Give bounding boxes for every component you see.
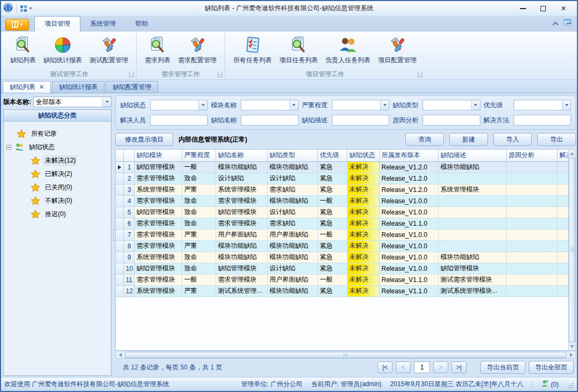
cell-module[interactable]: 需求管理模块 [134, 218, 182, 229]
vertical-scrollbar[interactable] [568, 149, 576, 351]
cell-description[interactable] [438, 240, 506, 252]
cell-status[interactable]: 未解决 [347, 173, 379, 184]
vertical-scroll-thumb[interactable] [569, 158, 575, 342]
cell-version[interactable]: Release_V1.0.0 [379, 206, 438, 218]
quick-access-toolbar-button[interactable] [20, 5, 32, 12]
cell-severity[interactable]: 致命 [182, 252, 216, 263]
cell-severity[interactable]: 严重 [182, 184, 216, 195]
cell-analysis[interactable] [506, 274, 557, 285]
combo-dropdown-button[interactable] [471, 100, 480, 110]
ribbon-tab-system[interactable]: 系统管理 [80, 17, 125, 32]
cell-priority[interactable]: 一般 [317, 274, 347, 285]
cell-type[interactable]: 设计缺陷 [267, 263, 317, 274]
cell-method[interactable] [557, 161, 568, 173]
export-button[interactable]: 导出 [537, 133, 576, 146]
horizontal-scroll-thumb[interactable] [125, 352, 566, 358]
grid-row[interactable]: 2需求管理模块致命设计缺陷设计缺陷紧急未解决Release_V1.2.0 [116, 173, 568, 184]
cell-method[interactable] [557, 218, 568, 229]
cell-severity[interactable]: 致命 [182, 195, 216, 206]
new-button[interactable]: 新建 [449, 133, 488, 146]
cell-method[interactable] [557, 195, 568, 206]
filter-dropdown[interactable] [241, 100, 298, 110]
cell-name[interactable]: 需求管理模块 [216, 195, 267, 206]
combo-dropdown-button[interactable] [562, 100, 570, 110]
cell-analysis[interactable] [506, 195, 557, 206]
doc-tab-defect-report[interactable]: 缺陷统计报表 [52, 81, 105, 93]
cell-version[interactable]: Release_V1.2.0 [379, 184, 438, 195]
export-all-pages-button[interactable]: 导出全部页 [529, 361, 574, 374]
tree-item-resolved[interactable]: 已解决(2) [5, 167, 110, 181]
cell-description[interactable] [438, 173, 506, 184]
cell-method[interactable] [557, 263, 568, 274]
grid-row[interactable]: 4需求管理模块致命需求管理模块模块功能缺陷一般未解决Release_V1.0.0 [116, 195, 568, 206]
scroll-down-icon[interactable] [569, 343, 575, 350]
filter-dropdown[interactable] [514, 100, 571, 110]
close-tab-icon[interactable]: ✕ [39, 84, 44, 91]
doc-tab-defect-config[interactable]: 缺陷配置管理 [106, 81, 158, 93]
header-severity[interactable]: 严重程度 [182, 150, 216, 161]
header-type[interactable]: 缺陷类型 [267, 150, 317, 161]
cell-name[interactable]: 缺陷管理模块 [216, 206, 267, 218]
scroll-left-icon[interactable] [116, 351, 124, 358]
cell-name[interactable]: 系统管理模块 [216, 184, 267, 195]
cell-status[interactable]: 未解决 [347, 195, 379, 206]
cell-status[interactable]: 未解决 [347, 240, 379, 252]
header-module[interactable]: 缺陷模块 [134, 150, 182, 161]
cell-status[interactable]: 未解决 [347, 285, 379, 297]
cell-status[interactable]: 未解决 [347, 184, 379, 195]
requirement-list-button[interactable]: 需求列表 [141, 34, 174, 66]
cell-method[interactable] [557, 206, 568, 218]
cell-method[interactable] [557, 285, 568, 297]
cell-type[interactable]: 需求缺陷 [267, 184, 317, 195]
header-priority[interactable]: 优先级 [317, 150, 347, 161]
grid-row[interactable]: 9系统管理模块致命模块功能缺陷模块功能缺陷紧急未解决Release_V1.0.0… [116, 252, 568, 263]
dialog-launcher-icon[interactable] [218, 72, 223, 77]
ribbon-tab-project[interactable]: 项目管理 [34, 16, 80, 32]
cell-description[interactable]: 系统管理模块 [438, 184, 506, 195]
filter-input[interactable] [423, 115, 480, 125]
grid-row[interactable]: 5缺陷管理模块致命缺陷管理模块设计缺陷紧急未解决Release_V1.0.0 [116, 206, 568, 218]
prev-page-button[interactable]: < [396, 361, 411, 373]
cell-description[interactable]: 缺陷管理模块 [438, 263, 506, 274]
project-config-button[interactable]: 项目配置管理 [374, 34, 420, 66]
cell-severity[interactable]: 一般 [182, 161, 216, 173]
cell-status[interactable]: 未解决 [347, 229, 379, 240]
maximize-button[interactable] [535, 3, 551, 14]
cell-type[interactable]: 模块功能缺陷 [267, 195, 317, 206]
doc-tab-defect-list[interactable]: 缺陷列表 ✕ [3, 81, 51, 93]
cell-priority[interactable]: 紧急 [317, 218, 347, 229]
cell-version[interactable]: Release_V1.2.0 [379, 161, 438, 173]
next-page-button[interactable]: > [433, 361, 448, 373]
header-version[interactable]: 所属发布版本 [379, 150, 438, 161]
cell-module[interactable]: 缺陷管理模块 [134, 263, 182, 274]
cell-version[interactable]: Release_V1.0.0 [379, 263, 438, 274]
cell-name[interactable]: 设计缺陷 [216, 173, 267, 184]
cell-severity[interactable]: 致命 [182, 206, 216, 218]
cell-type[interactable]: 需求缺陷 [267, 218, 317, 229]
cell-description[interactable]: 测试需求管理模块 [438, 274, 506, 285]
ribbon-tab-help[interactable]: 帮助 [125, 17, 158, 32]
cell-analysis[interactable] [506, 173, 557, 184]
cell-module[interactable]: 系统管理模块 [134, 184, 182, 195]
cell-module[interactable]: 需求管理模块 [134, 229, 182, 240]
last-page-button[interactable]: >| [451, 361, 466, 373]
cell-module[interactable]: 需求管理模块 [134, 173, 182, 184]
tree-item-defect-status[interactable]: 缺陷状态 [5, 140, 110, 154]
cell-description[interactable]: 模块功能缺陷 [438, 252, 506, 263]
cell-analysis[interactable] [506, 285, 557, 297]
cell-analysis[interactable] [506, 252, 557, 263]
defect-list-button[interactable]: 缺陷列表 [6, 34, 40, 66]
cell-severity[interactable]: 致命 [182, 263, 216, 274]
cell-severity[interactable]: 严重 [182, 285, 216, 297]
cell-method[interactable] [557, 240, 568, 252]
requirement-config-button[interactable]: 需求配置管理 [174, 34, 220, 66]
cell-module[interactable]: 需求管理模块 [134, 240, 182, 252]
cell-priority[interactable]: 紧急 [317, 240, 347, 252]
cell-name[interactable]: 模块功能缺陷 [216, 161, 267, 173]
cell-version[interactable]: Release_V1.0.0 [379, 240, 438, 252]
cell-priority[interactable]: 紧急 [317, 263, 347, 274]
cell-method[interactable] [557, 252, 568, 263]
cell-type[interactable]: 用户界面缺陷 [267, 274, 317, 285]
cell-analysis[interactable] [506, 184, 557, 195]
project-tasks-button[interactable]: 项目任务列表 [276, 34, 322, 66]
